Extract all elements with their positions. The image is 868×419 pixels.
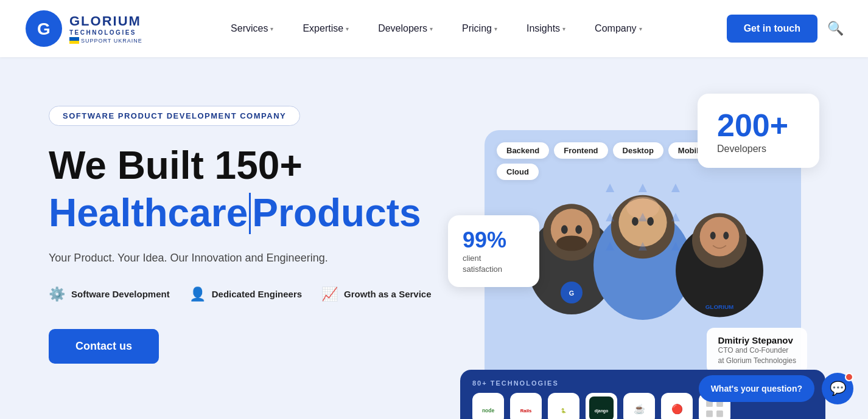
- get-in-touch-button[interactable]: Get in touch: [727, 15, 817, 43]
- developers-count-label: Developers: [717, 144, 800, 154]
- tag-frontend: Frontend: [554, 142, 607, 159]
- arrow-icon: ▲: [603, 237, 617, 254]
- nav-expertise[interactable]: Expertise ▾: [288, 0, 363, 57]
- person-name-card: Dmitriy Stepanov CTO and Co-Founderat Gl…: [707, 328, 807, 373]
- cursor-bar: [249, 193, 251, 234]
- person-role: CTO and Co-Founderat Glorium Technologie…: [718, 345, 796, 366]
- hero-section: SOFTWARE PRODUCT DEVELOPMENT COMPANY We …: [0, 57, 868, 419]
- search-icon[interactable]: 🔍: [827, 21, 844, 36]
- logo[interactable]: G GLORIUM TECHNOLOGIES SUPPORT UKRAINE: [24, 9, 146, 48]
- logo-support: SUPPORT UKRAINE: [69, 37, 142, 44]
- company-badge: SOFTWARE PRODUCT DEVELOPMENT COMPANY: [49, 106, 300, 126]
- svg-text:☕: ☕: [634, 403, 646, 415]
- chevron-down-icon: ▾: [562, 26, 565, 32]
- arrow-icon: ▲: [635, 179, 650, 196]
- svg-text:G: G: [37, 19, 51, 38]
- python-icon: 🐍: [548, 393, 579, 419]
- contact-us-button[interactable]: Contact us: [49, 329, 159, 364]
- hero-title-line2: Healthcare Products: [49, 192, 460, 234]
- chevron-down-icon: ▾: [639, 26, 642, 32]
- header: G GLORIUM TECHNOLOGIES SUPPORT UKRAINE S…: [0, 0, 868, 57]
- satisfaction-label: clientsatisfaction: [463, 253, 525, 275]
- svg-rect-37: [706, 410, 713, 417]
- chevron-down-icon: ▾: [494, 26, 497, 32]
- feature-growth-service: 📈 Growth as a Service: [321, 286, 431, 302]
- redis-icon: 🔴: [661, 393, 693, 419]
- ukraine-flag-icon: [69, 37, 79, 44]
- header-actions: Get in touch 🔍: [727, 15, 844, 43]
- hero-visual: + ⚙ + + 200+ Developers ▲ ▲ ▲ ▲ ▲ ▲: [485, 94, 819, 419]
- chat-widget: What's your question? 💬: [699, 373, 853, 404]
- arrow-icon: ▲: [635, 208, 650, 225]
- logo-icon: G: [24, 9, 63, 48]
- nodejs-icon: node: [472, 393, 504, 419]
- svg-text:django: django: [595, 409, 609, 414]
- arrow-icon: ▲: [603, 208, 617, 225]
- tag-backend: Backend: [497, 142, 549, 159]
- person-name: Dmitriy Stepanov: [718, 335, 796, 345]
- django-icon: django: [586, 393, 617, 419]
- chart-icon: 📈: [321, 286, 338, 302]
- hero-features: ⚙️ Software Development 👤 Dedicated Engi…: [49, 286, 460, 302]
- chat-button[interactable]: 💬: [822, 373, 853, 404]
- nav-services[interactable]: Services ▾: [216, 0, 288, 57]
- satisfaction-percentage: 99%: [463, 227, 525, 253]
- java-icon: ☕: [623, 393, 655, 419]
- nav-pricing[interactable]: Pricing ▾: [447, 0, 512, 57]
- hero-tagline: Your Product. Your Idea. Our Innovation …: [49, 252, 460, 265]
- chat-bubble[interactable]: What's your question?: [699, 375, 814, 402]
- arrow-icon: ▲: [668, 208, 683, 225]
- arrow-icon: ▲: [668, 237, 683, 254]
- svg-rect-28: [589, 396, 614, 419]
- main-nav: Services ▾ Expertise ▾ Developers ▾ Pric…: [146, 0, 727, 57]
- satisfaction-card: 99% clientsatisfaction: [448, 215, 539, 287]
- nav-developers[interactable]: Developers ▾: [363, 0, 447, 57]
- person-icon: 👤: [189, 286, 206, 302]
- arrow-icon: ▲: [603, 179, 617, 196]
- svg-text:🔴: 🔴: [671, 403, 684, 415]
- chevron-down-icon: ▾: [346, 26, 349, 32]
- tag-cloud: Cloud: [497, 164, 539, 180]
- nav-insights[interactable]: Insights ▾: [512, 0, 580, 57]
- logo-name: GLORIUM: [69, 13, 142, 29]
- svg-rect-38: [716, 410, 723, 417]
- chat-notification-badge: [845, 373, 853, 381]
- developers-count-number: 200+: [717, 107, 800, 144]
- hero-left: SOFTWARE PRODUCT DEVELOPMENT COMPANY We …: [49, 94, 460, 364]
- hero-title-line1: We Built 150+: [49, 144, 460, 187]
- chevron-down-icon: ▾: [430, 26, 433, 32]
- svg-text:🐍: 🐍: [561, 407, 567, 414]
- gear-icon: ⚙️: [49, 286, 65, 302]
- logo-sub: TECHNOLOGIES: [69, 29, 142, 36]
- svg-text:node: node: [482, 407, 494, 414]
- rails-icon: Rails: [510, 393, 542, 419]
- arrow-icon: ▲: [668, 179, 683, 196]
- nav-company[interactable]: Company ▾: [580, 0, 656, 57]
- chevron-down-icon: ▾: [270, 26, 273, 32]
- feature-dedicated-engineers: 👤 Dedicated Engineers: [189, 286, 302, 302]
- arrow-icon: ▲: [635, 237, 650, 254]
- svg-text:Rails: Rails: [520, 408, 531, 414]
- tag-desktop: Desktop: [613, 142, 663, 159]
- feature-software-dev: ⚙️ Software Development: [49, 286, 170, 302]
- chat-icon: 💬: [830, 381, 846, 396]
- developers-count-card: 200+ Developers: [698, 94, 819, 168]
